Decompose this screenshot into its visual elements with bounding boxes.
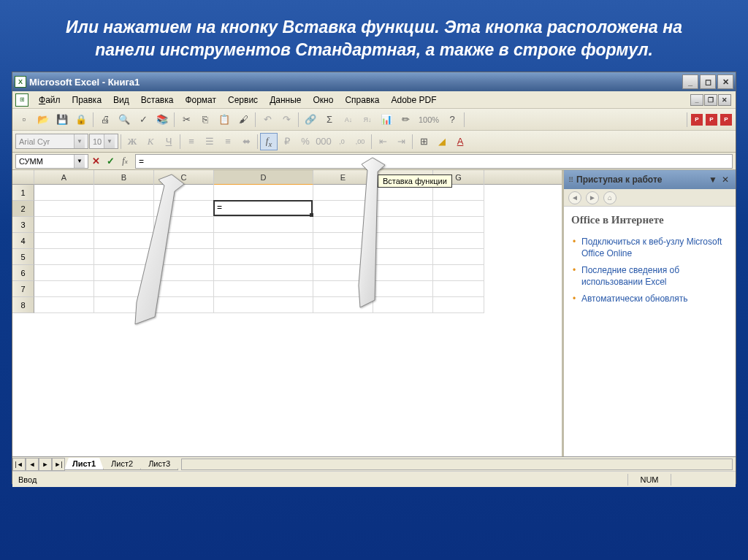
tab-first-button[interactable]: |◄ — [12, 458, 26, 471]
tp-home-button[interactable]: ⌂ — [603, 191, 617, 204]
sort-desc-button[interactable]: Я↓ — [359, 111, 376, 129]
cell[interactable] — [154, 281, 214, 297]
font-color-button[interactable]: A — [451, 133, 469, 150]
cell[interactable] — [94, 201, 154, 217]
row-header[interactable]: 7 — [12, 281, 34, 297]
cell[interactable] — [313, 217, 373, 233]
borders-button[interactable]: ⊞ — [415, 133, 432, 150]
fill-color-button[interactable]: ◢ — [433, 133, 451, 150]
copy-button[interactable]: ⎘ — [196, 111, 214, 129]
cell[interactable] — [154, 201, 214, 217]
worksheet-grid[interactable]: ABCDEFG 12345678 = Вставка функции — [12, 170, 562, 456]
align-right-button[interactable]: ≡ — [219, 133, 237, 150]
fx-button[interactable]: fx — [118, 154, 132, 169]
undo-button[interactable]: ↶ — [259, 111, 276, 129]
cell[interactable] — [94, 249, 154, 265]
cell[interactable] — [34, 297, 94, 313]
italic-button[interactable]: К — [142, 133, 159, 150]
column-header[interactable]: C — [154, 170, 214, 185]
cell[interactable] — [433, 233, 484, 249]
task-pane-link[interactable]: Автоматически обновлять — [571, 291, 728, 308]
pdf-convert-icon[interactable]: P — [691, 114, 703, 126]
close-button[interactable]: ✕ — [717, 74, 733, 89]
cell[interactable] — [433, 201, 484, 217]
cell[interactable] — [313, 297, 373, 313]
row-header[interactable]: 8 — [12, 297, 34, 313]
row-header[interactable]: 6 — [12, 265, 34, 281]
sheet-tab-2[interactable]: Лист2 — [103, 458, 141, 470]
cell[interactable] — [214, 233, 313, 249]
sheet-tab-3[interactable]: Лист3 — [140, 458, 178, 470]
pdf-review-icon[interactable]: P — [720, 114, 732, 126]
minimize-button[interactable]: _ — [682, 74, 698, 89]
task-pane-link[interactable]: Последние сведения об использовании Exce… — [571, 262, 728, 291]
currency-button[interactable]: ₽ — [278, 133, 296, 150]
align-center-button[interactable]: ☰ — [201, 133, 218, 150]
row-header[interactable]: 4 — [12, 233, 34, 249]
task-pane-close[interactable]: ✕ — [720, 174, 731, 185]
decrease-indent-button[interactable]: ⇤ — [374, 133, 392, 150]
task-pane-dropdown[interactable]: ▼ — [706, 174, 720, 185]
doc-minimize-button[interactable]: _ — [690, 94, 703, 106]
preview-button[interactable]: 🔍 — [115, 111, 133, 129]
menu-format[interactable]: Формат — [179, 93, 222, 107]
doc-restore-button[interactable]: ❐ — [704, 94, 717, 106]
row-header[interactable]: 2 — [12, 201, 34, 217]
cell[interactable] — [313, 265, 373, 281]
cell[interactable] — [94, 265, 154, 281]
column-header[interactable]: A — [34, 170, 94, 185]
cell[interactable] — [34, 217, 94, 233]
cell[interactable] — [214, 281, 313, 297]
name-box[interactable]: СУММ▼ — [15, 154, 88, 169]
menu-help[interactable]: Справка — [339, 93, 385, 107]
open-button[interactable]: 📂 — [34, 111, 52, 129]
cell[interactable] — [313, 201, 373, 217]
cell[interactable] — [154, 265, 214, 281]
cell[interactable] — [313, 185, 373, 201]
cell[interactable] — [433, 281, 484, 297]
maximize-button[interactable]: ◻ — [700, 74, 716, 89]
cell[interactable] — [373, 297, 433, 313]
sheet-tab-1[interactable]: Лист1 — [64, 458, 104, 470]
workbook-icon[interactable]: ⊞ — [15, 93, 28, 107]
percent-button[interactable]: % — [297, 133, 314, 150]
font-combo[interactable]: Arial Cyr▼ — [15, 134, 88, 149]
cell[interactable] — [34, 201, 94, 217]
menu-adobe[interactable]: Adobe PDF — [385, 93, 442, 107]
menu-window[interactable]: Окно — [307, 93, 339, 107]
merge-button[interactable]: ⬌ — [237, 133, 255, 150]
cell[interactable] — [214, 265, 313, 281]
column-header[interactable]: D — [214, 170, 313, 185]
formula-input[interactable]: = — [135, 154, 733, 169]
cell[interactable] — [154, 233, 214, 249]
cell[interactable] — [34, 265, 94, 281]
chart-button[interactable]: 📊 — [378, 111, 395, 129]
row-header[interactable]: 3 — [12, 217, 34, 233]
cell[interactable] — [154, 297, 214, 313]
autosum-button[interactable]: Σ — [321, 111, 338, 129]
cut-button[interactable]: ✂ — [178, 111, 195, 129]
sort-asc-button[interactable]: А↓ — [340, 111, 357, 129]
row-header[interactable]: 1 — [12, 185, 34, 201]
permission-button[interactable]: 🔒 — [72, 111, 90, 129]
paste-button[interactable]: 📋 — [215, 111, 233, 129]
cell[interactable] — [214, 217, 313, 233]
row-header[interactable]: 5 — [12, 249, 34, 265]
cell[interactable] — [373, 281, 433, 297]
increase-decimal-button[interactable]: ,0 — [333, 133, 351, 150]
align-left-button[interactable]: ≡ — [183, 133, 200, 150]
cell[interactable] — [433, 249, 484, 265]
cell[interactable] — [373, 233, 433, 249]
cell[interactable] — [214, 249, 313, 265]
menu-view[interactable]: Вид — [107, 93, 135, 107]
cancel-button[interactable]: ✕ — [88, 154, 103, 169]
doc-close-button[interactable]: ✕ — [718, 94, 731, 106]
cell[interactable] — [313, 249, 373, 265]
cell[interactable] — [94, 233, 154, 249]
fill-handle[interactable] — [310, 213, 313, 217]
new-button[interactable]: ▫ — [15, 111, 33, 129]
cell[interactable] — [433, 297, 484, 313]
spellcheck-button[interactable]: ✓ — [134, 111, 152, 129]
format-painter-button[interactable]: 🖌 — [234, 111, 252, 129]
cell[interactable] — [154, 249, 214, 265]
